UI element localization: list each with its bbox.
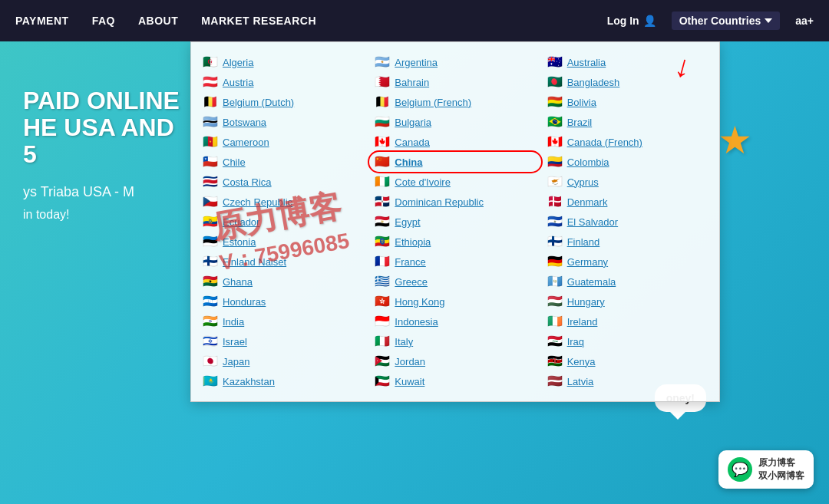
country-name-label[interactable]: Canada (French) <box>567 137 642 148</box>
country-name-label[interactable]: Belgium (French) <box>395 97 471 108</box>
country-item[interactable]: 🇧🇼Botswana <box>199 114 367 130</box>
country-item[interactable]: 🇪🇪Estonia <box>199 233 367 250</box>
country-item[interactable]: 🇧🇬Bulgaria <box>371 114 539 130</box>
country-item[interactable]: 🇧🇪Belgium (Dutch) <box>199 94 367 110</box>
country-name-label[interactable]: Cameroon <box>223 137 269 148</box>
country-name-label[interactable]: Hong Kong <box>395 296 444 308</box>
country-name-label[interactable]: El Salvador <box>567 216 618 228</box>
country-name-label[interactable]: Brazil <box>567 117 593 128</box>
nav-payment[interactable]: PAYMENT <box>15 15 69 27</box>
country-name-label[interactable]: Germany <box>567 256 608 268</box>
country-item[interactable]: 🇨🇦Canada (French) <box>543 133 712 150</box>
country-name-label[interactable]: China <box>395 156 422 168</box>
country-item[interactable]: 🇭🇺Hungary <box>543 293 712 310</box>
country-item[interactable]: 🇱🇻Latvia <box>543 373 712 390</box>
country-item[interactable]: 🇮🇱Israel <box>199 333 367 350</box>
nav-market-research[interactable]: MARKET RESEARCH <box>201 15 316 27</box>
country-name-label[interactable]: Ghana <box>223 276 253 288</box>
country-name-label[interactable]: Czech Republic <box>223 196 292 208</box>
country-name-label[interactable]: Ireland <box>567 316 598 328</box>
country-name-label[interactable]: Cyprus <box>567 176 599 188</box>
country-item[interactable]: 🇮🇳India <box>199 313 367 330</box>
country-item[interactable]: 🇯🇵Japan <box>199 353 367 370</box>
nav-aa-button[interactable]: aa+ <box>795 15 814 27</box>
country-name-label[interactable]: Canada <box>395 137 430 148</box>
country-item[interactable]: 🇦🇷Argentina <box>371 54 539 71</box>
country-name-label[interactable]: Guatemala <box>567 276 616 288</box>
country-name-label[interactable]: Bahrain <box>395 77 429 88</box>
country-item[interactable]: 🇬🇹Guatemala <box>543 273 712 290</box>
country-name-label[interactable]: Ethiopia <box>395 236 431 248</box>
country-item[interactable]: 🇬🇷Greece <box>371 273 539 290</box>
country-item[interactable]: 🇰🇼Kuwait <box>371 373 539 390</box>
country-name-label[interactable]: Bulgaria <box>395 117 431 128</box>
country-item[interactable]: 🇮🇶Iraq <box>543 333 712 350</box>
country-name-label[interactable]: Cote d'Ivoire <box>395 176 451 188</box>
country-item[interactable]: 🇨🇱Chile <box>199 153 367 170</box>
country-item[interactable]: 🇸🇻El Salvador <box>543 213 712 230</box>
country-item[interactable]: 🇩🇴Dominican Republic <box>371 193 539 210</box>
nav-about[interactable]: ABOUT <box>138 15 178 27</box>
country-name-label[interactable]: Finland Naiset <box>223 256 286 268</box>
country-name-label[interactable]: Bolivia <box>567 97 596 108</box>
country-item[interactable]: 🇨🇷Costa Rica <box>199 173 367 190</box>
country-name-label[interactable]: Finland <box>567 236 600 248</box>
country-name-label[interactable]: Italy <box>395 336 413 348</box>
country-item[interactable]: 🇨🇴Colombia <box>543 153 712 170</box>
country-item[interactable]: 🇨🇮Cote d'Ivoire <box>371 173 539 190</box>
country-name-label[interactable]: Argentina <box>395 57 438 68</box>
country-item[interactable]: 🇮🇹Italy <box>371 333 539 350</box>
country-item[interactable]: 🇮🇩Indonesia <box>371 313 539 330</box>
country-name-label[interactable]: Kuwait <box>395 376 424 387</box>
country-name-label[interactable]: Costa Rica <box>223 176 272 188</box>
nav-other-countries-button[interactable]: Other Countries <box>672 12 781 30</box>
country-item[interactable]: 🇭🇳Honduras <box>199 293 367 310</box>
country-item[interactable]: 🇨🇲Cameroon <box>199 133 367 150</box>
nav-faq[interactable]: FAQ <box>92 15 115 27</box>
country-name-label[interactable]: Austria <box>223 77 253 88</box>
country-item[interactable]: 🇬🇭Ghana <box>199 273 367 290</box>
country-name-label[interactable]: Egypt <box>395 216 420 228</box>
country-name-label[interactable]: Latvia <box>567 376 594 387</box>
country-name-label[interactable]: Botswana <box>223 117 266 128</box>
country-item[interactable]: 🇭🇰Hong Kong <box>371 293 539 310</box>
country-item[interactable]: 🇪🇹Ethiopia <box>371 233 539 250</box>
country-item[interactable]: 🇰🇿Kazakhstan <box>199 373 367 390</box>
country-name-label[interactable]: Ecuador <box>223 216 259 228</box>
country-name-label[interactable]: Australia <box>567 57 606 68</box>
country-name-label[interactable]: Dominican Republic <box>395 196 484 208</box>
country-item[interactable]: 🇪🇬Egypt <box>371 213 539 230</box>
country-name-label[interactable]: Algeria <box>223 57 253 68</box>
country-item[interactable]: 🇧🇭Bahrain <box>371 74 539 91</box>
country-item[interactable]: 🇩🇰Denmark <box>543 193 712 210</box>
country-item[interactable]: 🇨🇾Cyprus <box>543 173 712 190</box>
country-item[interactable]: 🇫🇷France <box>371 253 539 270</box>
country-name-label[interactable]: Chile <box>223 156 246 168</box>
country-name-label[interactable]: Greece <box>395 276 428 288</box>
country-item[interactable]: 🇩🇪Germany <box>543 253 712 270</box>
country-name-label[interactable]: Japan <box>223 356 249 367</box>
country-item[interactable]: 🇦🇹Austria <box>199 74 367 91</box>
country-item[interactable]: 🇧🇴Bolivia <box>543 94 712 110</box>
country-name-label[interactable]: Hungary <box>567 296 605 308</box>
country-item[interactable]: 🇨🇳China <box>371 153 539 170</box>
country-item[interactable]: 🇰🇪Kenya <box>543 353 712 370</box>
country-item[interactable]: 🇧🇪Belgium (French) <box>371 94 539 110</box>
country-name-label[interactable]: Israel <box>223 336 247 348</box>
country-name-label[interactable]: Jordan <box>395 356 425 367</box>
country-item[interactable]: 🇫🇮Finland <box>543 233 712 250</box>
country-name-label[interactable]: Iraq <box>567 336 584 348</box>
nav-login-button[interactable]: Log In <box>607 15 656 27</box>
country-name-label[interactable]: France <box>395 256 425 268</box>
country-item[interactable]: 🇮🇪Ireland <box>543 313 712 330</box>
country-name-label[interactable]: Belgium (Dutch) <box>223 97 294 108</box>
country-name-label[interactable]: Indonesia <box>395 316 438 328</box>
country-name-label[interactable]: Kazakhstan <box>223 376 275 387</box>
country-name-label[interactable]: Honduras <box>223 296 266 308</box>
country-item[interactable]: 🇯🇴Jordan <box>371 353 539 370</box>
country-item[interactable]: 🇫🇮Finland Naiset <box>199 253 367 270</box>
country-name-label[interactable]: India <box>223 316 244 328</box>
country-name-label[interactable]: Denmark <box>567 196 608 208</box>
country-item[interactable]: 🇨🇿Czech Republic <box>199 193 367 210</box>
country-name-label[interactable]: Colombia <box>567 156 609 168</box>
